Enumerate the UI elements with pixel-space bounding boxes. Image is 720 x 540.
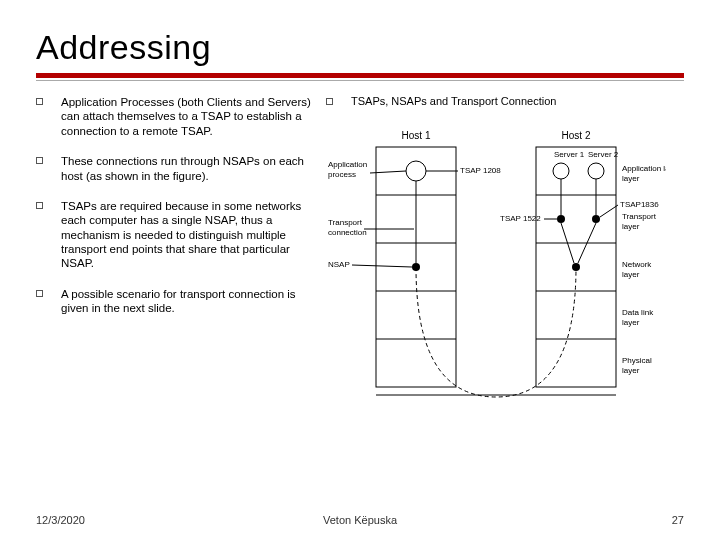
footer: 12/3/2020 Veton Këpuska 27: [36, 514, 684, 526]
tsap-1522: TSAP 1522: [500, 214, 541, 223]
bullet-item: Application Processes (both Clients and …: [36, 95, 316, 138]
svg-text:layer: layer: [622, 270, 640, 279]
svg-point-24: [588, 163, 604, 179]
bullet-square-icon: [36, 290, 43, 297]
bullet-item: TSAPs are required because in some netwo…: [36, 199, 316, 271]
network-diagram: Host 1 Host 2 Server 1 Server 2 Applicat…: [326, 117, 684, 417]
svg-line-38: [600, 205, 618, 217]
title-rule-thin: [36, 80, 684, 81]
footer-author: Veton Këpuska: [323, 514, 397, 526]
svg-text:layer: layer: [622, 222, 640, 231]
svg-line-35: [352, 265, 412, 267]
svg-point-21: [406, 161, 426, 181]
app-process-label: Application: [328, 160, 367, 169]
left-column: Application Processes (both Clients and …: [36, 95, 316, 417]
bullet-text: TSAPs are required because in some netwo…: [61, 199, 316, 271]
svg-text:connection: connection: [328, 228, 367, 237]
host2-label: Host 2: [562, 130, 591, 141]
nsap-label: NSAP: [328, 260, 350, 269]
svg-text:layer: layer: [622, 318, 640, 327]
bullet-square-icon: [36, 202, 43, 209]
bullet-square-icon: [36, 98, 43, 105]
host1-label: Host 1: [402, 130, 431, 141]
svg-point-26: [592, 215, 600, 223]
server2-label: Server 2: [588, 150, 619, 159]
svg-text:Physical: Physical: [622, 356, 652, 365]
svg-text:layer: layer: [622, 366, 640, 375]
bullet-item: A possible scenario for transport connec…: [36, 287, 316, 316]
transport-conn-label: Transport: [328, 218, 363, 227]
bullet-text: A possible scenario for transport connec…: [61, 287, 316, 316]
svg-text:Transport: Transport: [622, 212, 657, 221]
slide: Addressing Application Processes (both C…: [0, 0, 720, 540]
svg-point-25: [557, 215, 565, 223]
figure-caption: TSAPs, NSAPs and Transport Connection: [351, 95, 556, 107]
bullet-text: These connections run through NSAPs on e…: [61, 154, 316, 183]
right-column: TSAPs, NSAPs and Transport Connection: [326, 95, 684, 417]
svg-text:Network: Network: [622, 260, 652, 269]
title-rule: [36, 73, 684, 78]
svg-text:Data link: Data link: [622, 308, 654, 317]
caption-row: TSAPs, NSAPs and Transport Connection: [326, 95, 684, 107]
tsap-1208: TSAP 1208: [460, 166, 501, 175]
svg-text:process: process: [328, 170, 356, 179]
svg-line-33: [370, 171, 406, 173]
server1-label: Server 1: [554, 150, 585, 159]
bullet-square-icon: [326, 98, 333, 105]
content-area: Application Processes (both Clients and …: [36, 95, 684, 417]
footer-date: 12/3/2020: [36, 514, 85, 526]
bullet-text: Application Processes (both Clients and …: [61, 95, 316, 138]
bullet-item: These connections run through NSAPs on e…: [36, 154, 316, 183]
layer-label: Application layer: [622, 164, 666, 173]
footer-page: 27: [672, 514, 684, 526]
slide-title: Addressing: [36, 28, 684, 67]
bullet-square-icon: [36, 157, 43, 164]
tsap-1836: TSAP1836: [620, 200, 659, 209]
svg-point-23: [553, 163, 569, 179]
svg-text:layer: layer: [622, 174, 640, 183]
